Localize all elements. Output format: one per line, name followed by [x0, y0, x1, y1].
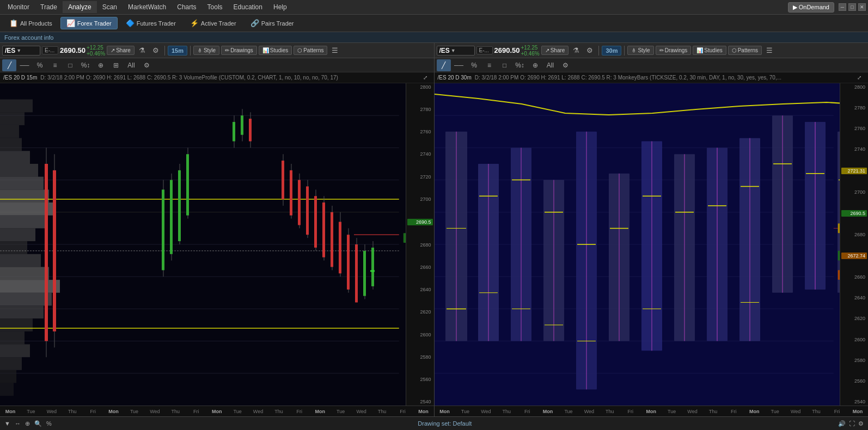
svg-rect-72	[355, 244, 358, 303]
right-draw-rect[interactable]: ≡	[482, 59, 497, 71]
share-icon: ↗	[111, 47, 115, 53]
left-flask-btn[interactable]: ⚗	[136, 45, 148, 57]
right-share-btn[interactable]: ↗ Share	[541, 46, 569, 55]
status-move-btn[interactable]: ↔	[15, 420, 21, 427]
menu-analyze[interactable]: Analyze	[63, 1, 97, 13]
left-info-detail: D: 3/2/18 2:00 PM O: 2690 H: 2691 L: 268…	[40, 75, 338, 81]
right-drawing-toolbar: ╱ ── % ≡ □ %↕ ⊕ All ⚙	[435, 58, 869, 72]
left-draw-settings[interactable]: ⚙	[139, 59, 154, 71]
left-studies-btn[interactable]: 📊 Studies	[259, 46, 292, 55]
right-chart-expand[interactable]: ⤢	[857, 75, 861, 81]
left-drawings-btn[interactable]: ✏ Drawings	[221, 46, 257, 55]
left-draw-box[interactable]: □	[63, 59, 77, 71]
left-chart-svg: 2690.5	[0, 83, 434, 406]
status-fullscreen-btn[interactable]: ⛶	[849, 420, 855, 427]
left-draw-pct2[interactable]: %↕	[78, 59, 93, 71]
right-draw-box[interactable]: □	[498, 59, 512, 71]
sub-nav-forex-trader[interactable]: 📈 Forex Trader	[60, 17, 118, 29]
sub-nav: 📋 All Products 📈 Forex Trader 🔷 Futures …	[0, 15, 868, 32]
left-style-btn[interactable]: 🕯 Style	[193, 46, 219, 55]
left-menu-btn[interactable]: ☰	[329, 45, 341, 57]
right-menu-btn[interactable]: ☰	[763, 45, 775, 57]
right-chart-area[interactable]: 2721.31 2690.5 2672.74 2800 2780 2760 27…	[435, 83, 869, 406]
left-draw-all[interactable]: All	[124, 59, 138, 71]
right-draw-cross[interactable]: ⊕	[528, 59, 542, 71]
right-chart-info-bar: /ES 20 D 30m D: 3/2/18 2:00 PM O: 2690 H…	[435, 72, 869, 83]
svg-rect-50	[241, 115, 243, 135]
menu-help[interactable]: Help	[268, 1, 292, 13]
svg-rect-23	[0, 280, 60, 293]
right-indicator-box[interactable]: E-...	[476, 46, 493, 54]
right-draw-percent[interactable]: %	[467, 59, 481, 71]
right-patterns-btn[interactable]: ⬡ Patterns	[728, 46, 762, 55]
right-draw-hline[interactable]: ──	[452, 59, 466, 71]
left-chart-area[interactable]: 2690.5 2800 2780 2760 2740 2720 2700 269…	[0, 83, 434, 406]
close-button[interactable]: ✕	[858, 3, 866, 11]
restore-button[interactable]: □	[848, 3, 856, 11]
right-draw-pct2[interactable]: %↕	[513, 59, 527, 71]
left-symbol-dropdown[interactable]: ▼	[16, 48, 21, 53]
menu-scan[interactable]: Scan	[97, 1, 123, 13]
left-draw-rect[interactable]: ≡	[48, 59, 62, 71]
menu-charts[interactable]: Charts	[172, 1, 201, 13]
status-speaker-btn[interactable]: 🔊	[838, 420, 846, 427]
left-settings-btn[interactable]: ⚙	[150, 45, 162, 57]
right-style-btn[interactable]: 🕯 Style	[627, 46, 653, 55]
right-drawings-btn[interactable]: ✏ Drawings	[656, 46, 692, 55]
right-draw-settings[interactable]: ⚙	[559, 59, 573, 71]
left-timeframe[interactable]: 15m	[168, 46, 187, 56]
right-draw-all[interactable]: All	[543, 59, 558, 71]
left-draw-percent[interactable]: %	[33, 59, 47, 71]
menu-education[interactable]: Education	[228, 1, 268, 13]
svg-rect-36	[45, 164, 48, 341]
svg-rect-52	[249, 119, 252, 141]
sub-nav-active-trader[interactable]: ⚡ Active Trader	[184, 17, 242, 29]
sub-nav-pairs-trader[interactable]: 🔗 Pairs Trader	[244, 17, 300, 29]
svg-rect-58	[298, 180, 301, 225]
status-bar: ▼ ↔ ⊕ 🔍 % Drawing set: Default 🔊 ⛶ ⚙	[0, 416, 868, 430]
status-zoom-btn[interactable]: 🔍	[34, 420, 42, 427]
left-indicator-box[interactable]: E-...	[42, 46, 58, 54]
left-draw-cross[interactable]: ⊕	[94, 59, 108, 71]
menu-monitor[interactable]: Monitor	[2, 1, 35, 13]
svg-rect-60	[306, 186, 309, 235]
svg-rect-54	[282, 161, 284, 199]
left-draw-grid[interactable]: ⊞	[109, 59, 123, 71]
sub-nav-futures-trader[interactable]: 🔷 Futures Trader	[120, 17, 182, 29]
right-sep2	[624, 46, 625, 56]
right-style-icon: 🕯	[631, 47, 637, 53]
svg-rect-31	[0, 383, 14, 396]
left-symbol-box[interactable]: /ES ▼	[2, 46, 40, 56]
menu-marketwatch[interactable]: MarketWatch	[123, 1, 172, 13]
left-patterns-btn[interactable]: ⬡ Patterns	[294, 46, 327, 55]
status-settings2-btn[interactable]: ⚙	[858, 420, 864, 427]
drawing-set-label: Drawing set: Default	[418, 420, 472, 427]
svg-rect-56	[290, 170, 292, 216]
status-arrow-btn[interactable]: ▼	[4, 420, 10, 427]
right-settings-btn[interactable]: ⚙	[584, 45, 596, 57]
menu-trade[interactable]: Trade	[35, 1, 63, 13]
right-symbol-box[interactable]: /ES ▼	[437, 46, 475, 56]
svg-rect-26	[0, 318, 33, 331]
minimize-button[interactable]: ─	[839, 3, 846, 11]
right-price: 2690.50	[494, 46, 520, 54]
left-chart-expand[interactable]: ⤢	[423, 75, 427, 81]
right-share-icon: ↗	[545, 47, 549, 53]
right-draw-line[interactable]: ╱	[437, 59, 451, 71]
left-draw-hline[interactable]: ──	[17, 59, 32, 71]
forex-icon: 📈	[66, 19, 75, 27]
menu-tools[interactable]: Tools	[202, 1, 228, 13]
status-crosshair-btn[interactable]: ⊕	[25, 420, 30, 427]
sub-nav-all-products[interactable]: 📋 All Products	[3, 17, 58, 29]
right-symbol-dropdown[interactable]: ▼	[451, 48, 456, 53]
left-share-btn[interactable]: ↗ Share	[107, 46, 135, 55]
ondemand-button[interactable]: ▶ OnDemand	[788, 2, 834, 13]
left-draw-line[interactable]: ╱	[2, 59, 16, 71]
svg-rect-15	[0, 177, 44, 190]
right-studies-btn[interactable]: 📊 Studies	[693, 46, 726, 55]
status-percent-btn[interactable]: %	[46, 420, 52, 427]
svg-rect-46	[186, 154, 189, 215]
right-flask-btn[interactable]: ⚗	[570, 45, 582, 57]
svg-rect-66	[331, 212, 333, 267]
right-timeframe[interactable]: 30m	[602, 46, 621, 56]
